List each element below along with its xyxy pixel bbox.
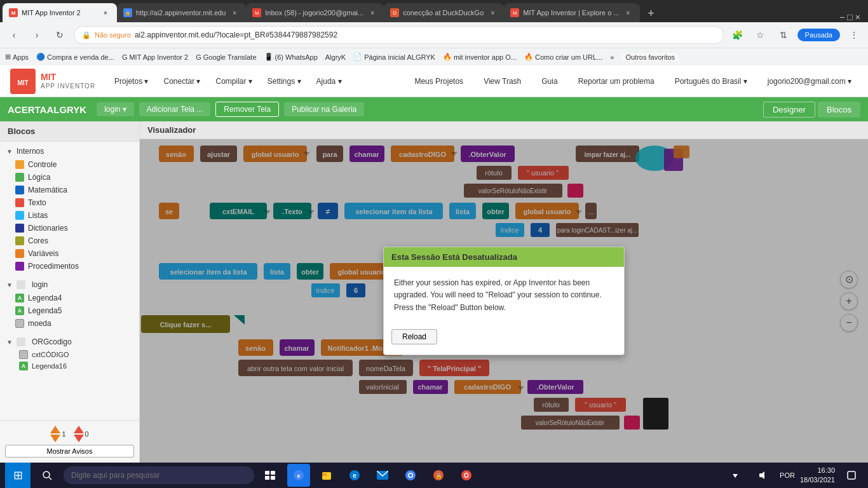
taskbar-mail-icon[interactable] [371, 464, 394, 487]
bookmark-alg[interactable]: AlgryK [325, 53, 346, 61]
taskbar-lock-icon[interactable]: 🔒 [427, 464, 450, 487]
warning-icons: 1 0 [50, 426, 88, 442]
bookmark-translate[interactable]: G Google Translate [196, 53, 256, 61]
nav-guia[interactable]: Guia [535, 74, 564, 88]
sidebar-item-matematica[interactable]: Matemática [0, 184, 139, 196]
sync-btn[interactable]: ⇅ [775, 26, 792, 44]
flame-icon: 🔥 [443, 53, 452, 61]
nav-user[interactable]: jogorio200@gmail.com ▾ [761, 74, 858, 88]
tab-mit-app-inventor[interactable]: M MIT App Inventor 2 × [3, 3, 117, 22]
sidebar-item-legenda5[interactable]: A Legenda5 [0, 304, 139, 317]
notification-btn[interactable] [840, 464, 863, 487]
designer-btn[interactable]: Designer [763, 102, 815, 118]
blocks-btn[interactable]: Blocos [818, 102, 860, 118]
bookmark-mit[interactable]: G MIT App Inventor 2 [122, 53, 188, 61]
svg-rect-109 [271, 476, 275, 480]
login-btn[interactable]: login ▾ [97, 102, 134, 116]
close-window-btn[interactable]: × [855, 12, 860, 22]
sidebar-section-internos-header[interactable]: ▼ Internos [0, 144, 139, 158]
tab-close-btn-4[interactable]: × [487, 8, 498, 18]
tab-close-btn-2[interactable]: × [229, 8, 240, 18]
nav-settings[interactable]: Settings ▾ [261, 74, 308, 88]
refresh-btn[interactable]: ↻ [51, 26, 69, 44]
tab-duckduckgo[interactable]: D conecção at DuckDuckGo × [384, 3, 504, 22]
sidebar-section-login-header[interactable]: ▼ login [0, 278, 139, 292]
reload-btn[interactable]: Reload [391, 329, 437, 344]
tab-close-btn-5[interactable]: × [623, 8, 634, 18]
tab-close-btn[interactable]: × [100, 8, 111, 18]
tab-ai2[interactable]: 🔒 http://ai2.appinventor.mit.edu × [117, 3, 246, 22]
nav-compilar[interactable]: Compilar ▾ [210, 74, 259, 88]
nav-projetos[interactable]: Projetos ▾ [108, 74, 154, 88]
sidebar-item-procedimentos[interactable]: Procedimentos [0, 260, 139, 273]
sidebar-section-org-header[interactable]: ▼ ORGcodigo [0, 335, 139, 349]
nav-ajuda[interactable]: Ajuda ▾ [310, 74, 348, 88]
sidebar-item-listas[interactable]: Listas [0, 209, 139, 222]
sidebar-item-controle[interactable]: Controle [0, 158, 139, 171]
taskbar-left: ⊞ e e 🔒 O [0, 463, 478, 488]
menu-btn[interactable]: ⋮ [845, 26, 863, 44]
nav-meus-projetos[interactable]: Meus Projetos [408, 74, 470, 88]
extensions-btn[interactable]: 🧩 [729, 26, 747, 44]
new-tab-btn[interactable]: + [642, 4, 660, 22]
minimize-btn[interactable]: − [839, 12, 844, 22]
legenda5-label: Legenda5 [28, 306, 62, 315]
bookmark-pagina[interactable]: 📄 Página inicial ALGRYK [353, 53, 435, 61]
nav-reportar[interactable]: Reportar um problema [572, 74, 661, 88]
pagina-icon: 📄 [353, 53, 362, 61]
maximize-btn[interactable]: □ [847, 12, 852, 22]
tab-label-5: MIT App Inventor | Explore o ... [523, 9, 619, 17]
taskbar-chrome-icon[interactable] [399, 464, 422, 487]
taskbar-search[interactable] [64, 466, 254, 484]
moeda-icon [15, 319, 24, 328]
task-view-btn[interactable] [259, 464, 282, 487]
taskbar-browser-icon[interactable]: e [287, 464, 310, 487]
remove-screen-btn[interactable]: Remover Tela [215, 102, 279, 117]
tab-bar: M MIT App Inventor 2 × 🔒 http://ai2.appi… [0, 0, 868, 22]
modal-line1: Either your session has expired, or App … [394, 278, 590, 287]
down-arrow [50, 435, 60, 442]
nav-conectar[interactable]: Conectar ▾ [157, 74, 207, 88]
sidebar-item-variaveis[interactable]: Variáveis [0, 247, 139, 260]
bookmark-compra[interactable]: 🔵 Compra e venda de... [36, 53, 114, 61]
network-icon[interactable] [724, 464, 747, 487]
publish-btn[interactable]: Publicar na Galeria [284, 102, 364, 116]
nav-view-trash[interactable]: View Trash [477, 74, 527, 88]
error-arrows [74, 426, 84, 442]
taskbar-opera-icon[interactable]: O [455, 464, 478, 487]
sidebar-item-logica[interactable]: Lógica [0, 171, 139, 184]
add-screen-btn[interactable]: Adicionar Tela ... [139, 102, 211, 116]
tab-close-btn-3[interactable]: × [367, 8, 377, 18]
bookmark-apps[interactable]: ⊞ Apps [5, 53, 29, 61]
bookmark-mit-app[interactable]: 🔥 mit inventor app O... [443, 53, 517, 61]
address-bar[interactable]: 🔒 Não seguro ai2.appinventor.mit.edu/?lo… [74, 26, 724, 44]
taskbar-files-icon[interactable] [315, 464, 338, 487]
start-button[interactable]: ⊞ [5, 463, 31, 488]
bookmark-outros[interactable]: Outros favoritos [621, 53, 679, 61]
search-icon-taskbar[interactable] [36, 464, 58, 487]
sidebar-item-cxtcodigo[interactable]: cxtCÓDIGO [0, 349, 139, 360]
bookmark-more[interactable]: » [610, 53, 614, 61]
texto-color [15, 198, 24, 207]
cores-color [15, 236, 24, 245]
volume-icon[interactable] [752, 464, 775, 487]
taskbar-edge-icon[interactable]: e [343, 464, 366, 487]
sidebar-item-moeda[interactable]: moeda [0, 317, 139, 330]
tab-favicon-4: D [390, 8, 399, 17]
ai-logo-text: MIT APP INVENTOR [41, 72, 95, 89]
sidebar-item-texto[interactable]: Texto [0, 196, 139, 209]
sidebar-item-dictionaries[interactable]: Dictionaries [0, 222, 139, 234]
sidebar-item-legenda4[interactable]: A Legenda4 [0, 292, 139, 304]
show-warnings-btn[interactable]: Mostrar Avisos [5, 445, 134, 458]
bookmark-como[interactable]: 🔥 Como criar um URL... [524, 53, 602, 61]
tab-gmail[interactable]: M Inbox (58) - jogorio200@gmai... × [246, 3, 384, 22]
tab-explore[interactable]: M MIT App Inventor | Explore o ... × [504, 3, 639, 22]
back-btn[interactable]: ‹ [5, 26, 23, 44]
bookmark-whatsapp[interactable]: 📱 (6) WhatsApp [264, 53, 318, 61]
pause-sync-btn[interactable]: Pausada [797, 29, 840, 41]
forward-btn[interactable]: › [28, 26, 46, 44]
bookmark-btn[interactable]: ☆ [752, 26, 770, 44]
nav-language[interactable]: Português do Brasil ▾ [668, 74, 754, 88]
sidebar-item-legenda16[interactable]: A Legenda16 [0, 360, 139, 372]
sidebar-item-cores[interactable]: Cores [0, 234, 139, 247]
